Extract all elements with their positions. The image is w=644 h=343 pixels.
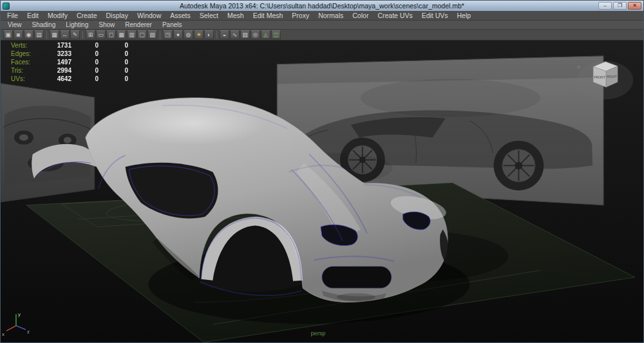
maya-app-icon — [3, 3, 10, 10]
hud-value: 0 — [99, 58, 128, 66]
safe-action-icon[interactable]: ▢ — [137, 30, 147, 39]
grid-icon[interactable]: ⊞ — [86, 30, 95, 39]
lights-icon[interactable]: ☀ — [194, 30, 204, 39]
front-intake — [322, 266, 392, 288]
panel-menu-lighting[interactable]: Lighting — [61, 21, 93, 28]
home-icon[interactable]: ⌂ — [577, 64, 580, 70]
shadows-icon[interactable]: ◐ — [204, 30, 214, 39]
camera-label: persp — [311, 330, 325, 337]
hud-row-faces: Faces: 1497 0 0 — [11, 58, 128, 66]
menu-edit[interactable]: Edit — [23, 11, 43, 20]
lock-camera-icon[interactable]: ◙ — [14, 30, 23, 39]
hud-value: 3233 — [41, 50, 71, 58]
image-plane-icon[interactable]: ▦ — [50, 30, 59, 39]
window-controls: – ❐ ✕ — [598, 2, 641, 10]
panel-menu-show[interactable]: Show — [93, 21, 120, 28]
menu-select[interactable]: Select — [195, 11, 223, 20]
hud-label: Edges: — [11, 50, 41, 58]
bookmarks-icon[interactable]: ▤ — [34, 30, 44, 39]
menu-proxy[interactable]: Proxy — [287, 11, 314, 20]
close-button[interactable]: ✕ — [628, 2, 641, 10]
panel-toolbar: ▣ ◙ ◉ ▤ ▦ ↔ ✎ ⊞ ▭ ◻ ▩ ▥ ▢ ▧ ◳ ● ◍ ☀ ◐ ◒ … — [1, 30, 643, 41]
hud-value: 0 — [99, 66, 128, 75]
menu-help[interactable]: Help — [453, 11, 476, 20]
panel-menu-panels[interactable]: Panels — [157, 21, 187, 28]
isolate-select-icon[interactable]: ◬ — [261, 30, 270, 39]
hud-label: Verts: — [11, 41, 41, 50]
field-chart-icon[interactable]: ▥ — [127, 30, 137, 39]
menu-edit-mesh[interactable]: Edit Mesh — [249, 11, 288, 20]
hud-row-uvs: UVs: 4642 0 0 — [11, 75, 128, 83]
menu-create-uvs[interactable]: Create UVs — [373, 11, 417, 20]
panel-menubar: View Shading Lighting Show Renderer Pane… — [1, 21, 643, 30]
hud-label: UVs: — [11, 75, 41, 83]
window-title: Autodesk Maya 2013 x64: C:\Users\sultan … — [1, 2, 643, 10]
menu-file[interactable]: File — [3, 11, 23, 20]
hud-value: 1497 — [41, 58, 71, 66]
toolbar-separator — [216, 31, 217, 39]
menu-assets[interactable]: Assets — [166, 11, 195, 20]
axis-y-label: y — [18, 311, 21, 317]
hud-value: 2994 — [41, 66, 71, 75]
toolbar-separator — [46, 31, 47, 39]
hud-value: 4642 — [41, 75, 71, 83]
textured-icon[interactable]: ◍ — [184, 30, 193, 39]
toolbar-separator — [82, 31, 83, 39]
hud-value: 0 — [99, 50, 128, 58]
multisample-icon[interactable]: ▨ — [240, 30, 250, 39]
film-gate-icon[interactable]: ▭ — [96, 30, 106, 39]
viewcube-right-label: RIGHT — [607, 75, 617, 79]
pan-zoom-icon[interactable]: ↔ — [60, 30, 70, 39]
perspective-viewport[interactable]: Verts: 1731 0 0 Edges: 3233 0 0 Faces: 1… — [1, 41, 643, 342]
depth-of-field-icon[interactable]: ◎ — [251, 30, 260, 39]
hud-value: 0 — [71, 58, 99, 66]
poly-count-hud: Verts: 1731 0 0 Edges: 3233 0 0 Faces: 1… — [11, 41, 128, 83]
screen-ao-icon[interactable]: ◒ — [220, 30, 229, 39]
hud-value: 0 — [99, 75, 128, 83]
menu-display[interactable]: Display — [101, 11, 132, 20]
panel-menu-view[interactable]: View — [3, 21, 27, 28]
hud-row-verts: Verts: 1731 0 0 — [11, 41, 128, 50]
hud-label: Tris: — [11, 66, 41, 75]
image-plane-front[interactable] — [1, 83, 95, 201]
motion-blur-icon[interactable]: ∿ — [230, 30, 240, 39]
camera-attributes-icon[interactable]: ◉ — [24, 30, 33, 39]
viewcube-front-label: FRONT — [594, 77, 605, 80]
xray-icon[interactable]: ◫ — [271, 30, 281, 39]
title-bar: Autodesk Maya 2013 x64: C:\Users\sultan … — [1, 1, 643, 11]
maximize-button[interactable]: ❐ — [613, 2, 627, 10]
toolbar-separator — [160, 31, 160, 39]
hud-value: 1731 — [41, 41, 71, 50]
main-menubar: File Edit Modify Create Display Window A… — [1, 11, 643, 21]
panel-menu-shading[interactable]: Shading — [27, 21, 61, 28]
wireframe-icon[interactable]: ◳ — [163, 30, 173, 39]
hud-row-tris: Tris: 2994 0 0 — [11, 66, 128, 75]
axis-z-label: z — [27, 329, 30, 335]
menu-mesh[interactable]: Mesh — [223, 11, 249, 20]
hud-value: 0 — [71, 41, 99, 50]
menu-normals[interactable]: Normals — [314, 11, 348, 20]
shaded-icon[interactable]: ● — [173, 30, 183, 39]
viewport-canvas[interactable]: FRONT RIGHT ⌂ y x z persp — [1, 41, 643, 342]
gate-mask-icon[interactable]: ▩ — [117, 30, 126, 39]
safe-title-icon[interactable]: ▧ — [147, 30, 157, 39]
resolution-gate-icon[interactable]: ◻ — [106, 30, 116, 39]
menu-modify[interactable]: Modify — [43, 11, 72, 20]
minimize-button[interactable]: – — [598, 2, 612, 10]
hud-value: 0 — [71, 75, 99, 83]
viewcube[interactable]: FRONT RIGHT ⌂ — [577, 61, 633, 99]
panel-menu-renderer[interactable]: Renderer — [120, 21, 157, 28]
hud-value: 0 — [71, 66, 99, 75]
menu-color[interactable]: Color — [348, 11, 373, 20]
hud-value: 0 — [99, 41, 128, 50]
menu-edit-uvs[interactable]: Edit UVs — [417, 11, 453, 20]
menu-window[interactable]: Window — [133, 11, 166, 20]
hud-row-edges: Edges: 3233 0 0 — [11, 50, 128, 58]
select-camera-icon[interactable]: ▣ — [3, 30, 13, 39]
hud-value: 0 — [71, 50, 99, 58]
menu-create[interactable]: Create — [72, 11, 102, 20]
axis-x-label: x — [2, 331, 5, 337]
hud-label: Faces: — [11, 58, 41, 66]
maya-window: Autodesk Maya 2013 x64: C:\Users\sultan … — [0, 0, 644, 343]
grease-pencil-icon[interactable]: ✎ — [70, 30, 80, 39]
